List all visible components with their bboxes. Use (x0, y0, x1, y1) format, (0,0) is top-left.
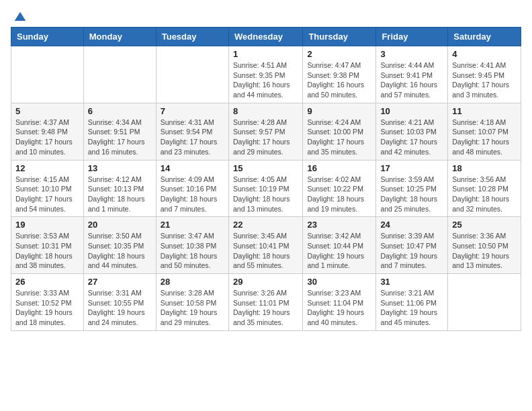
day-info: Sunrise: 3:31 AM Sunset: 10:55 PM Daylig… (88, 288, 152, 328)
day-info: Sunrise: 4:02 AM Sunset: 10:22 PM Daylig… (307, 175, 371, 214)
day-cell: 3Sunrise: 4:44 AM Sunset: 9:41 PM Daylig… (376, 46, 448, 103)
day-number: 9 (307, 106, 371, 116)
header-saturday: Saturday (448, 28, 521, 46)
day-info: Sunrise: 4:51 AM Sunset: 9:35 PM Dayligh… (233, 60, 298, 100)
day-number: 12 (15, 163, 79, 173)
day-cell: 31Sunrise: 3:21 AM Sunset: 11:06 PM Dayl… (376, 274, 448, 331)
day-cell (156, 46, 228, 103)
day-number: 6 (88, 106, 152, 116)
day-number: 11 (452, 106, 517, 116)
header-sunday: Sunday (11, 28, 84, 46)
day-cell: 8Sunrise: 4:28 AM Sunset: 9:57 PM Daylig… (228, 103, 302, 160)
day-info: Sunrise: 4:28 AM Sunset: 9:57 PM Dayligh… (233, 118, 298, 157)
day-cell: 1Sunrise: 4:51 AM Sunset: 9:35 PM Daylig… (228, 46, 302, 103)
day-info: Sunrise: 3:53 AM Sunset: 10:31 PM Daylig… (15, 231, 79, 271)
day-info: Sunrise: 3:33 AM Sunset: 10:52 PM Daylig… (15, 288, 79, 328)
week-row-2: 12Sunrise: 4:15 AM Sunset: 10:10 PM Dayl… (11, 160, 521, 217)
day-number: 21 (161, 220, 224, 230)
day-number: 22 (233, 220, 298, 230)
day-cell: 13Sunrise: 4:12 AM Sunset: 10:13 PM Dayl… (83, 160, 156, 217)
day-number: 8 (233, 106, 298, 116)
day-number: 1 (233, 49, 298, 59)
week-row-1: 5Sunrise: 4:37 AM Sunset: 9:48 PM Daylig… (11, 103, 521, 160)
header-wednesday: Wednesday (228, 28, 302, 46)
day-cell: 10Sunrise: 4:21 AM Sunset: 10:03 PM Dayl… (376, 103, 448, 160)
day-info: Sunrise: 4:09 AM Sunset: 10:16 PM Daylig… (161, 175, 224, 214)
day-number: 2 (307, 49, 371, 59)
day-info: Sunrise: 3:21 AM Sunset: 11:06 PM Daylig… (380, 288, 443, 328)
day-number: 10 (380, 106, 443, 116)
day-number: 14 (161, 163, 224, 173)
day-info: Sunrise: 3:26 AM Sunset: 11:01 PM Daylig… (233, 288, 298, 328)
day-number: 24 (380, 220, 443, 230)
day-info: Sunrise: 3:23 AM Sunset: 11:04 PM Daylig… (307, 288, 371, 328)
day-number: 28 (161, 277, 224, 287)
day-cell: 17Sunrise: 3:59 AM Sunset: 10:25 PM Dayl… (376, 160, 448, 217)
day-number: 31 (380, 277, 443, 287)
week-row-0: 1Sunrise: 4:51 AM Sunset: 9:35 PM Daylig… (11, 46, 521, 103)
day-cell: 29Sunrise: 3:26 AM Sunset: 11:01 PM Dayl… (228, 274, 302, 331)
day-info: Sunrise: 3:47 AM Sunset: 10:38 PM Daylig… (161, 231, 224, 271)
day-info: Sunrise: 4:47 AM Sunset: 9:38 PM Dayligh… (307, 60, 371, 100)
day-number: 16 (307, 163, 371, 173)
day-number: 18 (452, 163, 517, 173)
header (11, 11, 521, 20)
day-number: 7 (161, 106, 224, 116)
day-cell: 21Sunrise: 3:47 AM Sunset: 10:38 PM Dayl… (156, 217, 228, 274)
day-info: Sunrise: 3:28 AM Sunset: 10:58 PM Daylig… (161, 288, 224, 328)
day-cell: 22Sunrise: 3:45 AM Sunset: 10:41 PM Dayl… (228, 217, 302, 274)
day-cell: 2Sunrise: 4:47 AM Sunset: 9:38 PM Daylig… (303, 46, 376, 103)
day-number: 15 (233, 163, 298, 173)
day-cell: 19Sunrise: 3:53 AM Sunset: 10:31 PM Dayl… (11, 217, 84, 274)
svg-marker-0 (15, 12, 26, 21)
day-number: 29 (233, 277, 298, 287)
day-cell: 5Sunrise: 4:37 AM Sunset: 9:48 PM Daylig… (11, 103, 84, 160)
day-info: Sunrise: 4:37 AM Sunset: 9:48 PM Dayligh… (15, 118, 79, 157)
day-number: 26 (15, 277, 79, 287)
day-cell: 26Sunrise: 3:33 AM Sunset: 10:52 PM Dayl… (11, 274, 84, 331)
day-number: 20 (88, 220, 152, 230)
day-number: 13 (88, 163, 152, 173)
day-number: 30 (307, 277, 371, 287)
day-number: 25 (452, 220, 517, 230)
day-number: 5 (15, 106, 79, 116)
day-info: Sunrise: 3:50 AM Sunset: 10:35 PM Daylig… (88, 231, 152, 271)
day-info: Sunrise: 4:41 AM Sunset: 9:45 PM Dayligh… (452, 60, 517, 100)
day-info: Sunrise: 4:24 AM Sunset: 10:00 PM Daylig… (307, 118, 371, 157)
logo (11, 11, 27, 20)
day-cell (11, 46, 84, 103)
day-info: Sunrise: 3:56 AM Sunset: 10:28 PM Daylig… (452, 175, 517, 214)
day-cell: 16Sunrise: 4:02 AM Sunset: 10:22 PM Dayl… (303, 160, 376, 217)
day-number: 27 (88, 277, 152, 287)
day-info: Sunrise: 3:39 AM Sunset: 10:47 PM Daylig… (380, 231, 443, 271)
day-info: Sunrise: 4:31 AM Sunset: 9:54 PM Dayligh… (161, 118, 224, 157)
day-cell: 9Sunrise: 4:24 AM Sunset: 10:00 PM Dayli… (303, 103, 376, 160)
day-number: 4 (452, 49, 517, 59)
day-cell: 6Sunrise: 4:34 AM Sunset: 9:51 PM Daylig… (83, 103, 156, 160)
header-row: SundayMondayTuesdayWednesdayThursdayFrid… (11, 28, 521, 46)
day-number: 3 (380, 49, 443, 59)
day-cell: 27Sunrise: 3:31 AM Sunset: 10:55 PM Dayl… (83, 274, 156, 331)
day-info: Sunrise: 4:12 AM Sunset: 10:13 PM Daylig… (88, 175, 152, 214)
day-cell: 25Sunrise: 3:36 AM Sunset: 10:50 PM Dayl… (448, 217, 521, 274)
logo-icon (13, 11, 27, 24)
day-cell: 15Sunrise: 4:05 AM Sunset: 10:19 PM Dayl… (228, 160, 302, 217)
header-monday: Monday (83, 28, 156, 46)
day-info: Sunrise: 4:44 AM Sunset: 9:41 PM Dayligh… (380, 60, 443, 100)
day-cell: 7Sunrise: 4:31 AM Sunset: 9:54 PM Daylig… (156, 103, 228, 160)
header-tuesday: Tuesday (156, 28, 228, 46)
day-cell: 14Sunrise: 4:09 AM Sunset: 10:16 PM Dayl… (156, 160, 228, 217)
day-cell: 24Sunrise: 3:39 AM Sunset: 10:47 PM Dayl… (376, 217, 448, 274)
day-info: Sunrise: 4:15 AM Sunset: 10:10 PM Daylig… (15, 175, 79, 214)
calendar-table: SundayMondayTuesdayWednesdayThursdayFrid… (11, 27, 521, 331)
day-number: 19 (15, 220, 79, 230)
day-cell: 12Sunrise: 4:15 AM Sunset: 10:10 PM Dayl… (11, 160, 84, 217)
day-info: Sunrise: 3:45 AM Sunset: 10:41 PM Daylig… (233, 231, 298, 271)
header-friday: Friday (376, 28, 448, 46)
day-info: Sunrise: 3:42 AM Sunset: 10:44 PM Daylig… (307, 231, 371, 271)
day-cell: 28Sunrise: 3:28 AM Sunset: 10:58 PM Dayl… (156, 274, 228, 331)
day-number: 17 (380, 163, 443, 173)
day-info: Sunrise: 3:36 AM Sunset: 10:50 PM Daylig… (452, 231, 517, 271)
day-info: Sunrise: 3:59 AM Sunset: 10:25 PM Daylig… (380, 175, 443, 214)
day-cell: 4Sunrise: 4:41 AM Sunset: 9:45 PM Daylig… (448, 46, 521, 103)
